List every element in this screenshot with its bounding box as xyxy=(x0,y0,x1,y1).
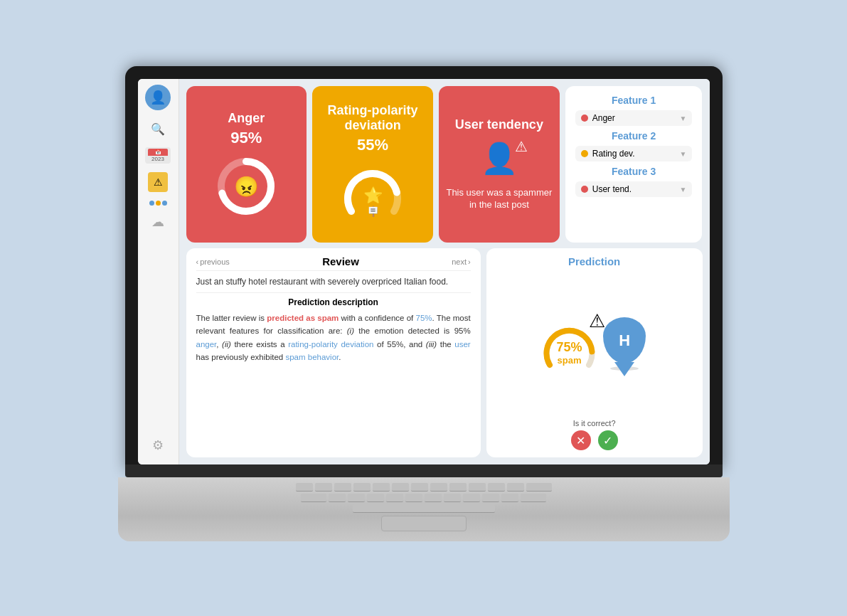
main-content: Anger 95% 😠 Rating-polarity deviation xyxy=(179,79,710,464)
sidebar: 👤 🔍 📅 2023 ⚠ ☁ ⚙ xyxy=(138,79,179,464)
spam-label: spam xyxy=(558,355,582,366)
correct-icon: ✓ xyxy=(603,434,612,447)
calendar-widget[interactable]: 📅 2023 xyxy=(145,147,171,164)
review-text: Just an stuffy hotel restaurant with sev… xyxy=(196,275,471,288)
key xyxy=(353,483,371,492)
spam-percentage: 75% xyxy=(557,340,582,355)
italic3: (iii) xyxy=(426,340,437,349)
warning-sidebar-icon[interactable]: ⚠ xyxy=(148,172,168,192)
wrong-icon: ✕ xyxy=(576,434,585,447)
key xyxy=(469,483,486,492)
key xyxy=(386,494,403,502)
rating-svg: ⭐ 🪧 xyxy=(341,161,405,225)
wrong-button[interactable]: ✕ xyxy=(571,430,591,450)
key xyxy=(301,494,326,502)
warning-badge-icon: ⚠ xyxy=(515,138,528,155)
calendar-year: 2023 xyxy=(148,156,168,162)
feature2-row[interactable]: Rating dev. ▼ xyxy=(575,146,693,161)
laptop-base xyxy=(104,464,744,550)
laptop-screen: 👤 🔍 📅 2023 ⚠ ☁ ⚙ xyxy=(138,79,710,464)
key xyxy=(315,483,332,492)
key xyxy=(373,483,390,492)
cloud-icon[interactable]: ☁ xyxy=(151,214,164,230)
feature1-row[interactable]: Anger ▼ xyxy=(575,110,693,126)
feature2-title: Feature 2 xyxy=(575,130,693,142)
key-row-3 xyxy=(161,504,687,513)
gear-icon[interactable]: ⚙ xyxy=(152,437,164,453)
prev-arrow: ‹ xyxy=(196,257,199,266)
user-tendency-icon-container: 👤 ⚠ xyxy=(481,141,518,176)
review-nav: ‹ previous Review next › xyxy=(196,255,471,271)
key xyxy=(411,483,428,492)
prev-label: previous xyxy=(200,257,230,266)
user-avatar: 👤 xyxy=(150,90,166,105)
confidence-highlight: 75% xyxy=(415,314,432,322)
trackpad[interactable] xyxy=(381,516,467,531)
feature3-row[interactable]: User tend. ▼ xyxy=(575,181,693,197)
dot-yellow xyxy=(156,201,161,206)
laptop-hinge xyxy=(125,464,723,477)
is-correct-label: Is it correct? xyxy=(573,419,616,428)
italic2: (ii) xyxy=(222,340,231,349)
key xyxy=(367,494,384,502)
key xyxy=(444,494,461,502)
prediction-title: Prediction xyxy=(568,255,620,267)
bottom-row: ‹ previous Review next › Just an stuffy … xyxy=(186,248,703,457)
rating-title: Rating-polarity deviation xyxy=(319,103,426,133)
prev-button[interactable]: ‹ previous xyxy=(196,257,230,266)
avatar-icon[interactable]: 👤 xyxy=(145,85,171,110)
user-icon: 👤 xyxy=(481,142,518,175)
svg-text:🪧: 🪧 xyxy=(367,206,380,218)
feature1-dot xyxy=(581,115,588,122)
key xyxy=(425,494,442,502)
key xyxy=(334,483,351,492)
next-button[interactable]: next › xyxy=(452,257,470,266)
review-title: Review xyxy=(322,255,359,267)
spam-arc-container: 75% spam xyxy=(543,322,596,366)
feature2-arrow: ▼ xyxy=(680,150,687,158)
search-icon[interactable]: 🔍 xyxy=(148,119,168,139)
top-row: Anger 95% 😠 Rating-polarity deviation xyxy=(186,86,703,243)
key xyxy=(526,483,552,492)
laptop-keyboard xyxy=(118,477,730,541)
anger-percentage: 95% xyxy=(230,129,262,147)
key xyxy=(430,483,447,492)
predicted-as-spam-highlight: predicted as spam xyxy=(267,314,339,322)
rating-percentage: 55% xyxy=(357,136,388,154)
key xyxy=(501,494,518,502)
anger-highlight: anger xyxy=(196,340,217,349)
dots-nav[interactable] xyxy=(149,201,167,206)
prediction-desc-text: The latter review is predicted as spam w… xyxy=(196,312,471,364)
key xyxy=(296,483,313,492)
user-highlight: user xyxy=(454,340,470,349)
key xyxy=(392,483,409,492)
key xyxy=(329,494,346,502)
key xyxy=(405,494,422,502)
svg-text:⭐: ⭐ xyxy=(363,186,383,205)
key xyxy=(463,494,480,502)
anger-face-icon: 😠 xyxy=(234,174,259,198)
prediction-visuals: 75% spam ⚠ H xyxy=(543,273,646,415)
feature1-title: Feature 1 xyxy=(575,95,693,106)
key xyxy=(507,483,524,492)
feature3-title: Feature 3 xyxy=(575,166,693,177)
key xyxy=(449,483,467,492)
hotel-letter: H xyxy=(619,331,630,350)
key xyxy=(488,483,505,492)
feature3-label: User tend. xyxy=(592,184,676,194)
prediction-panel: Prediction xyxy=(486,248,703,457)
anger-donut: 😠 xyxy=(214,154,278,218)
key xyxy=(348,494,365,502)
spam-behavior-highlight: spam behavior xyxy=(285,353,339,361)
calendar-icon-top: 📅 xyxy=(148,149,168,156)
spacebar xyxy=(353,504,495,513)
key-row-1 xyxy=(161,483,687,492)
key xyxy=(482,494,499,502)
user-tendency-card: User tendency 👤 ⚠ This user was a spamme… xyxy=(439,86,560,243)
user-tendency-title: User tendency xyxy=(455,117,543,132)
dot-blue xyxy=(149,201,154,206)
feature2-label: Rating dev. xyxy=(592,149,676,159)
correct-button[interactable]: ✓ xyxy=(598,430,618,450)
keyboard-rows xyxy=(161,483,687,513)
dot-blue2 xyxy=(162,201,167,206)
